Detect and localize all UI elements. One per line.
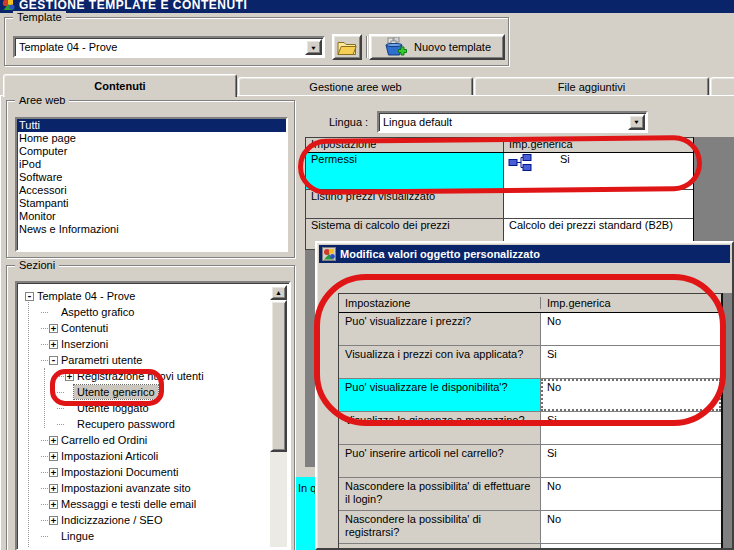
list-item[interactable]: Computer	[17, 145, 286, 158]
tree-expand-icon[interactable]: +	[49, 324, 58, 333]
tree-stub	[41, 344, 48, 345]
dialog-setting-label-cell[interactable]: Puo' visualizzare le disponibilita'?	[339, 379, 541, 411]
dialog-setting-value-cell[interactable]: Si	[541, 412, 721, 444]
lingua-combobox[interactable]: Lingua default	[377, 111, 648, 133]
tree-expand-icon[interactable]: -	[25, 292, 34, 301]
settings-table: Impostazione Imp.generica Permessi	[305, 137, 694, 250]
tree-item-label: Inserzioni	[58, 337, 111, 351]
dialog-setting-value-cell[interactable]: No	[541, 511, 721, 543]
tree-item[interactable]: + Carrello ed Ordini	[19, 432, 270, 448]
dialog-setting-row[interactable]: Puo' visualizzare le disponibilita'? No	[339, 379, 721, 412]
list-item[interactable]: Home page	[17, 132, 286, 145]
tree-expand-icon[interactable]: +	[49, 484, 58, 493]
dialog-setting-row[interactable]: Puo' inserire articoli nel carrello? Si	[339, 445, 721, 478]
tree-item[interactable]: Utente loggato	[19, 400, 270, 416]
tree-item[interactable]: Recupero password	[19, 416, 270, 432]
tree-item[interactable]: - Parametri utente	[19, 352, 270, 368]
new-template-label: Nuovo template	[414, 41, 491, 53]
list-item[interactable]: Accessori	[17, 184, 286, 197]
dialog-setting-row[interactable]: Visualizza i prezzi con iva applicata? S…	[339, 346, 721, 379]
dialog-setting-label-cell[interactable]: Visualizza le giacenze a magazzino?	[339, 412, 541, 444]
tree-item[interactable]: + Impostazioni Articoli	[19, 448, 270, 464]
tree-item[interactable]: + Impostazioni Documenti	[19, 464, 270, 480]
dialog-setting-label-cell[interactable]: Nascondere la possibilita' di effettuare…	[339, 478, 541, 510]
tree-item[interactable]: + Impostazioni avanzate sito	[19, 480, 270, 496]
lingua-label: Lingua :	[329, 116, 368, 128]
dialog-setting-row[interactable]: Visualizza le giacenze a magazzino? Si	[339, 412, 721, 445]
tree-expand-icon[interactable]: +	[49, 340, 58, 349]
dialog-setting-label-cell[interactable]: Puo' visualizzare i prezzi?	[339, 313, 541, 345]
lingua-combobox-arrow-icon[interactable]	[628, 114, 645, 130]
list-item[interactable]: News e Informazioni	[17, 223, 286, 236]
dialog-setting-row[interactable]: Nascondere la possibilita' di registrars…	[339, 511, 721, 544]
tree-item-label: Contenuti	[58, 321, 111, 335]
tree-item[interactable]: Aspetto grafico	[19, 304, 270, 320]
sezioni-tree[interactable]: - Template 04 - Prove Aspetto grafico + …	[15, 281, 291, 550]
tab-file-aggiuntivi[interactable]: File aggiuntivi	[474, 77, 709, 95]
tree-expand-icon[interactable]: +	[49, 436, 58, 445]
tree-item[interactable]: + Contenuti	[19, 320, 270, 336]
tree-item-label: Lingue	[58, 529, 97, 543]
settings-row[interactable]: Listino prezzi visualizzato	[306, 190, 693, 219]
setting-value: Si	[560, 153, 570, 165]
dialog-setting-row[interactable]: Nascondere la possibilita' di effettuare…	[339, 478, 721, 511]
settings-row[interactable]: Permessi Si	[306, 153, 693, 190]
settings-rows: Permessi Si Listino	[306, 153, 693, 250]
setting-label-cell[interactable]: Permessi	[306, 153, 504, 189]
dialog-setting-label-cell[interactable]: Nascondere la possibilita' di registrars…	[339, 511, 541, 543]
tree-expand-icon[interactable]: +	[49, 468, 58, 477]
tree-item[interactable]: - Template 04 - Prove	[19, 288, 270, 304]
dialog-setting-value-cell[interactable]: No	[541, 379, 721, 411]
window-titlebar[interactable]: GESTIONE TEMPLATE E CONTENUTI	[0, 0, 734, 13]
tree-item[interactable]: + Registrazione nuovi utenti	[19, 368, 270, 384]
dialog-setting-label-cell[interactable]: Puo' inserire articoli nel carrello?	[339, 445, 541, 477]
aree-web-listbox[interactable]: Tutti Home page Computer iPod Software A…	[15, 117, 288, 252]
scrollbar-thumb[interactable]	[270, 300, 287, 452]
setting-value-cell[interactable]	[504, 190, 693, 218]
tree-item-label: Indicizzazione / SEO	[58, 513, 166, 527]
list-item[interactable]: Stampanti	[17, 197, 286, 210]
dialog-table-header: Impostazione Imp.generica	[339, 294, 721, 313]
open-folder-button[interactable]	[332, 34, 362, 60]
dialog-setting-row[interactable]: Nascondere i ... Si	[339, 544, 721, 548]
tree-expand-icon[interactable]: +	[65, 372, 74, 381]
tree-item[interactable]: + Messaggi e testi delle email	[19, 496, 270, 512]
dialog-setting-value-cell[interactable]: Si	[541, 445, 721, 477]
list-item[interactable]: Tutti	[17, 119, 286, 132]
dialog-setting-value-cell[interactable]: Si	[541, 346, 721, 378]
dialog-setting-value-cell[interactable]: No	[541, 478, 721, 510]
tree-expand-icon[interactable]: -	[49, 356, 58, 365]
dialog-setting-value-cell[interactable]: Si	[541, 544, 721, 548]
tab-label: Gestione aree web	[309, 81, 401, 93]
dialog-setting-value-cell[interactable]: No	[541, 313, 721, 345]
list-item[interactable]: Software	[17, 171, 286, 184]
tree-item[interactable]: + Inserzioni	[19, 336, 270, 352]
list-item[interactable]: Monitor	[17, 210, 286, 223]
col-impostazione: Impostazione	[339, 297, 541, 309]
tab-label: Contenuti	[94, 80, 145, 92]
scrollbar-up-icon[interactable]	[270, 285, 287, 300]
tab-gestione-aree-web[interactable]: Gestione aree web	[238, 77, 473, 95]
template-combobox[interactable]: Template 04 - Prove	[13, 36, 325, 58]
dialog-titlebar[interactable]: Modifica valori oggetto personalizzato	[319, 245, 730, 263]
tree-scrollbar[interactable]	[270, 285, 287, 547]
setting-value-cell[interactable]: Si	[504, 153, 693, 189]
dialog-setting-label-cell[interactable]: Nascondere i ...	[339, 544, 541, 548]
tab-contenuti[interactable]: Contenuti	[3, 74, 237, 97]
dialog-setting-label-cell[interactable]: Visualizza i prezzi con iva applicata?	[339, 346, 541, 378]
tree-expand-icon[interactable]: +	[49, 452, 58, 461]
tree-item[interactable]: Pannello amministrativo	[19, 544, 270, 547]
tree-expand-icon[interactable]: +	[49, 500, 58, 509]
dialog-setting-row[interactable]: Puo' visualizzare i prezzi? No	[339, 313, 721, 346]
setting-label-cell[interactable]: Listino prezzi visualizzato	[306, 190, 504, 218]
tree-stub	[41, 456, 48, 457]
tree-expand-icon[interactable]: +	[49, 516, 58, 525]
tree-item[interactable]: Lingue	[19, 528, 270, 544]
new-template-button[interactable]: Nuovo template	[369, 34, 505, 60]
tree-item[interactable]: + Indicizzazione / SEO	[19, 512, 270, 528]
tab-partial[interactable]	[710, 77, 734, 95]
tree-item[interactable]: Utente generico	[19, 384, 270, 400]
list-item[interactable]: iPod	[17, 158, 286, 171]
new-template-icon	[383, 37, 408, 57]
template-combobox-arrow-icon[interactable]	[305, 39, 322, 55]
